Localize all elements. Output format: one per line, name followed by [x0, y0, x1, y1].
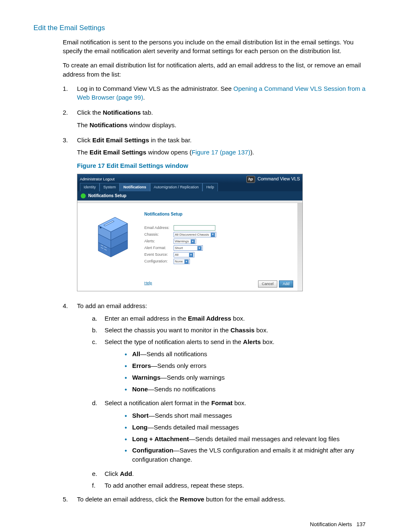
substep-4e: Click Add.: [105, 469, 366, 478]
chevron-down-icon: ▾: [189, 253, 193, 257]
link-figure-17[interactable]: Figure 17 (page 137): [192, 149, 250, 156]
email-input[interactable]: [174, 225, 215, 231]
substep-4a: Enter an email address in the Email Addr…: [105, 314, 366, 323]
tab-system[interactable]: System: [100, 183, 120, 191]
fig-user: Administrator: [80, 177, 102, 181]
step-number: 4.: [63, 301, 77, 492]
tab-identity[interactable]: Identity: [80, 183, 100, 191]
label-config: Configuration:: [144, 259, 174, 264]
step-number: 1.: [63, 84, 77, 106]
bullet-configuration: Configuration—Saves the VLS configuratio…: [125, 446, 366, 464]
substep-4b: Select the chassis you want to monitor i…: [105, 326, 366, 335]
alerts-select[interactable]: Warnings▾: [174, 239, 196, 244]
format-select[interactable]: Short▾: [174, 245, 203, 251]
label-chassis: Chassis:: [144, 232, 174, 237]
step-3-text: Click Edit Email Settings in the task ba…: [77, 136, 366, 145]
figure-caption: Figure 17 Edit Email Settings window: [77, 161, 366, 170]
bullet-short: Short—Sends short mail messages: [125, 411, 366, 420]
bar-title: Notifications Setup: [88, 193, 126, 199]
chevron-down-icon: ▾: [184, 260, 189, 264]
chevron-down-icon: ▾: [197, 246, 202, 250]
bullet-all: All—Sends all notifications: [125, 350, 366, 359]
step-number: 2.: [63, 108, 77, 133]
brand-label: Command View VLS: [258, 176, 300, 182]
section-heading: Edit the Email Settings: [33, 23, 366, 33]
intro-paragraph-1: Email notification is sent to the person…: [63, 38, 366, 56]
cancel-button[interactable]: Cancel: [258, 280, 277, 288]
bullet-long: Long—Sends detailed mail messages: [125, 423, 366, 432]
bullet-errors: Errors—Sends only errors: [125, 361, 366, 370]
step-2-result: The Notifications window displays.: [77, 121, 366, 130]
label-email: Email Address:: [144, 225, 174, 231]
step-3-result: The Edit Email Settings window opens (Fi…: [77, 148, 366, 157]
page-footer: Notification Alerts 137: [33, 521, 366, 529]
substep-letter: d.: [92, 398, 105, 467]
substep-4f: To add another email address, repeat the…: [105, 481, 366, 490]
fig-help-link[interactable]: Help: [144, 280, 152, 288]
fig-tabs: Identity System Notifications Automigrat…: [77, 183, 302, 191]
figure-edit-email-settings: Administrator Logout hp Command View VLS…: [77, 174, 303, 292]
substep-letter: f.: [92, 481, 105, 490]
hp-logo-icon: hp: [246, 176, 255, 183]
logout-link[interactable]: Logout: [103, 177, 115, 181]
tab-notifications[interactable]: Notifications: [120, 183, 150, 191]
refresh-icon[interactable]: [81, 193, 86, 198]
source-select[interactable]: All▾: [174, 252, 194, 257]
label-format: Alert Format:: [144, 245, 174, 251]
substep-letter: c.: [92, 337, 105, 396]
svg-rect-9: [100, 227, 101, 228]
config-select[interactable]: None▾: [174, 259, 190, 264]
bullet-none: None—Sends no notifications: [125, 385, 366, 394]
tab-automigration[interactable]: Automigration / Replication: [150, 183, 203, 191]
substep-letter: a.: [92, 314, 105, 323]
chevron-down-icon: ▾: [211, 233, 215, 237]
intro-paragraph-2: To create an email distribution list for…: [63, 61, 366, 79]
step-4-text: To add an email address:: [77, 301, 366, 311]
label-source: Event Source:: [144, 252, 174, 257]
step-5-text: To delete an email address, click the Re…: [77, 495, 366, 504]
scrollbar-up-icon[interactable]: [298, 203, 302, 208]
substep-letter: b.: [92, 326, 105, 335]
tab-help[interactable]: Help: [202, 183, 218, 191]
form-title: Notifications Setup: [144, 211, 293, 218]
chevron-down-icon: ▾: [191, 239, 195, 244]
chassis-select[interactable]: All Discovered Chassis▾: [174, 232, 216, 237]
step-2-text: Click the Notifications tab.: [77, 108, 366, 117]
step-number: 5.: [63, 495, 77, 504]
label-alerts: Alerts:: [144, 239, 174, 244]
server-stack-icon: [77, 203, 144, 291]
substep-4c: Select the type of notification alerts t…: [105, 337, 366, 347]
bullet-warnings: Warnings—Sends only warnings: [125, 373, 366, 382]
step-number: 3.: [63, 136, 77, 299]
bullet-long-attachment: Long + Attachment—Sends detailed mail me…: [125, 434, 366, 444]
substep-4d: Select a notification alert format in th…: [105, 398, 366, 408]
substep-letter: e.: [92, 469, 105, 478]
add-button[interactable]: Add: [279, 280, 293, 288]
step-1-text: Log in to Command View VLS as the admini…: [77, 84, 366, 103]
